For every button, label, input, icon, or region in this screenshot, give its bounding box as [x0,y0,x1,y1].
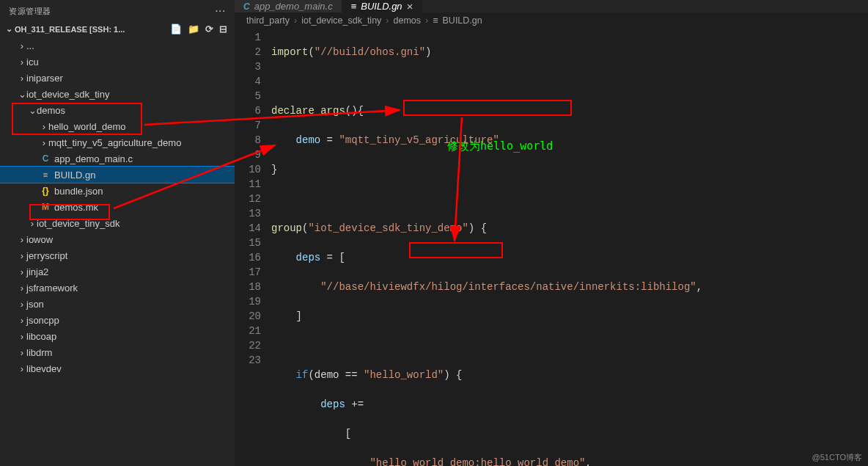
explorer-title: 资源管理器 [9,6,51,17]
gn-file-icon: ≡ [433,15,438,26]
json-file-icon: {} [40,186,51,196]
tree-item[interactable]: ›hello_world_demo [0,118,235,134]
tree-item[interactable]: ›jinja2 [0,263,235,280]
breadcrumb-part[interactable]: iot_device_sdk_tiny [301,15,381,26]
tree-item[interactable]: ›iowow [0,231,235,247]
tree-item[interactable]: ›mqtt_tiny_v5_agriculture_demo [0,134,235,150]
c-file-icon: C [243,1,250,12]
more-icon[interactable]: ··· [215,4,226,18]
tree-item-demos[interactable]: ⌄demos [0,102,235,118]
tree-item[interactable]: ›icu [0,54,235,70]
new-folder-icon[interactable]: 📁 [188,23,199,34]
new-file-icon[interactable]: 📄 [170,23,182,34]
tree-item[interactable]: ›libevdev [0,360,235,376]
close-icon[interactable]: × [407,0,413,12]
tab-label: app_demo_main.c [254,1,333,12]
file-tree: ›... ›icu ›iniparser ⌄iot_device_sdk_tin… [0,36,235,376]
workspace-actions: 📄 📁 ⟳ ⊟ [170,23,232,34]
code-editor[interactable]: 1234567891011121314151617181920212223 im… [235,29,868,466]
tab-app-demo[interactable]: C app_demo_main.c [235,0,342,12]
c-file-icon: C [40,153,51,164]
breadcrumbs[interactable]: third_party› iot_device_sdk_tiny› demos›… [235,12,868,29]
chevron-down-icon: ⌄ [3,24,15,34]
breadcrumb-part[interactable]: BUILD.gn [443,15,482,26]
tree-item[interactable]: ›json [0,296,235,312]
tree-item[interactable]: ›iniparser [0,70,235,86]
tree-item[interactable]: ›libdrm [0,344,235,360]
gn-file-icon: ≡ [40,170,51,179]
tab-build-gn[interactable]: ≡ BUILD.gn × [342,0,423,12]
tree-item[interactable]: ›... [0,37,235,54]
file-explorer-sidebar: 资源管理器 ··· ⌄ OH_311_RELEASE [SSH: 1... 📄 … [0,0,235,466]
tree-item[interactable]: ›jsoncpp [0,312,235,328]
editor-pane: C app_demo_main.c ≡ BUILD.gn × third_par… [235,0,868,466]
tab-label: BUILD.gn [361,1,402,12]
tree-item-build-gn[interactable]: ≡BUILD.gn [0,167,235,183]
tree-item-mk[interactable]: Mdemos.mk [0,199,235,215]
tree-item-iot-sdk[interactable]: ⌄iot_device_sdk_tiny [0,86,235,102]
breadcrumb-part[interactable]: demos [394,15,422,26]
tree-item[interactable]: ›iot_device_tiny_sdk [0,215,235,231]
breadcrumb-part[interactable]: third_party [246,15,290,26]
collapse-icon[interactable]: ⊟ [219,23,227,34]
gutter: 1234567891011121314151617181920212223 [235,30,271,466]
tree-item-c-file[interactable]: Capp_demo_main.c [0,150,235,167]
refresh-icon[interactable]: ⟳ [205,23,213,34]
tree-item[interactable]: ›libcoap [0,328,235,344]
gn-file-icon: ≡ [351,1,357,12]
editor-tabs: C app_demo_main.c ≡ BUILD.gn × [235,0,868,12]
code-content[interactable]: import("//build/ohos.gni") declare_args(… [271,30,751,466]
workspace-header[interactable]: ⌄ OH_311_RELEASE [SSH: 1... 📄 📁 ⟳ ⊟ [0,22,235,36]
tree-item-json[interactable]: {}bundle.json [0,183,235,199]
workspace-name: OH_311_RELEASE [SSH: 1... [15,25,170,34]
tree-item[interactable]: ›jsframework [0,280,235,296]
mk-file-icon: M [40,202,51,212]
tree-item[interactable]: ›jerryscript [0,247,235,263]
watermark: @51CTO博客 [812,452,862,463]
sidebar-header: 资源管理器 ··· [0,0,235,22]
